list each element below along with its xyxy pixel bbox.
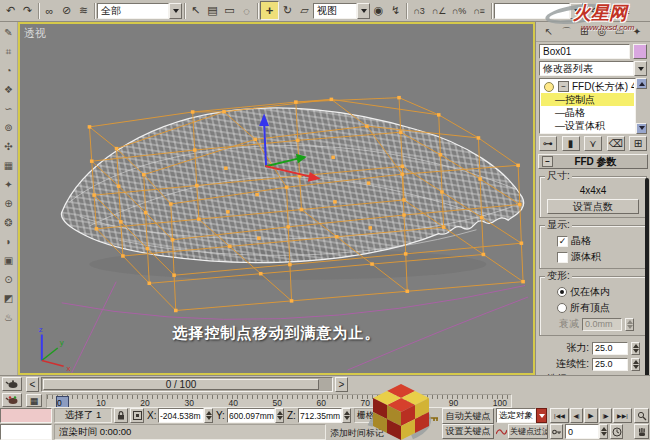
ffd-control-point[interactable] <box>121 254 125 257</box>
ffd-control-point[interactable] <box>169 202 173 205</box>
ffd-control-point[interactable] <box>331 156 335 159</box>
left-toolbar-icon[interactable]: ✦ <box>1 177 16 192</box>
ffd-control-point[interactable] <box>92 193 96 196</box>
modifier-list-dropdown[interactable]: 修改器列表 <box>539 61 634 76</box>
lattice-checkbox-label[interactable]: 晶格 <box>571 234 591 248</box>
only-in-volume-radio[interactable] <box>557 287 567 297</box>
continuity-spinner[interactable] <box>631 358 640 371</box>
left-toolbar-icon[interactable]: ❂ <box>1 215 16 230</box>
viewport-label[interactable]: 透视 <box>24 26 46 41</box>
ffd-control-point[interactable] <box>401 165 405 168</box>
modifier-enabled-bulb-icon[interactable] <box>544 82 554 92</box>
left-toolbar-icon[interactable]: ◩ <box>1 291 16 306</box>
left-toolbar-icon[interactable]: ❖ <box>1 82 16 97</box>
selection-lock-icon[interactable] <box>114 408 128 423</box>
select-and-manipulate-icon[interactable]: ↯ <box>387 2 404 19</box>
y-coordinate-field[interactable]: 600.097mm <box>227 408 275 423</box>
ffd-control-point[interactable] <box>520 241 524 244</box>
ffd-control-point[interactable] <box>171 238 175 241</box>
selection-region-mode-icon[interactable]: ◌ <box>238 2 255 19</box>
left-toolbar-icon[interactable]: ♨ <box>1 310 16 325</box>
x-spinner[interactable] <box>204 408 213 423</box>
time-slider-track[interactable]: 0 / 100 <box>41 377 333 392</box>
time-slider-thumb[interactable]: 0 / 100 <box>43 379 319 390</box>
ffd-control-point[interactable] <box>521 280 525 283</box>
object-color-swatch[interactable] <box>633 44 647 59</box>
left-toolbar-icon[interactable]: ⊚ <box>1 120 16 135</box>
continuity-field[interactable]: 25.0 <box>592 358 628 371</box>
key-filters-button[interactable]: 关键点过滤器... <box>508 424 548 439</box>
set-keys-key-icon[interactable] <box>420 412 440 426</box>
ffd-control-point[interactable] <box>288 263 292 266</box>
tab-modify-icon[interactable]: ⌒ <box>560 25 574 39</box>
stack-item-lattice[interactable]: — 晶格 <box>541 106 634 119</box>
left-toolbar-icon[interactable]: ⊕ <box>1 196 16 211</box>
render-teapot-icon[interactable] <box>2 377 22 391</box>
panel-scrollbar[interactable] <box>645 178 649 408</box>
pin-stack-icon[interactable]: ⊶ <box>539 136 557 151</box>
ffd-control-point[interactable] <box>88 125 92 128</box>
align-icon[interactable]: ≡ <box>600 2 617 19</box>
ffd-control-point[interactable] <box>439 153 443 156</box>
lattice-checkbox[interactable]: ✓ <box>557 236 568 247</box>
reference-coordinate-dropdown-arrow[interactable] <box>357 3 370 19</box>
select-and-move-icon[interactable]: + <box>260 1 279 20</box>
tab-utilities-icon[interactable]: ✦ <box>630 25 644 39</box>
ffd-control-point[interactable] <box>259 272 263 275</box>
current-frame-field[interactable]: 0 <box>565 424 599 439</box>
left-toolbar-icon[interactable]: ⊙ <box>1 272 16 287</box>
ffd-control-point[interactable] <box>144 211 148 214</box>
ffd-control-point[interactable] <box>478 177 482 180</box>
source-volume-checkbox-label[interactable]: 源体积 <box>571 250 601 264</box>
ffd-control-point[interactable] <box>405 290 409 293</box>
key-mode-toggle-icon[interactable] <box>550 424 563 439</box>
ffd-control-point[interactable] <box>285 186 289 189</box>
maxscript-listener-pink[interactable] <box>0 408 52 423</box>
ffd-control-point[interactable] <box>296 139 300 142</box>
absolute-offset-mode-icon[interactable] <box>130 408 144 423</box>
source-volume-checkbox[interactable]: ✓ <box>557 252 568 263</box>
named-selection-dropdown-arrow[interactable] <box>169 3 182 19</box>
ffd-control-point[interactable] <box>142 173 146 176</box>
spinner-snap-icon[interactable]: ∩≡ <box>469 2 489 19</box>
select-and-rotate-icon[interactable]: ↻ <box>279 2 296 19</box>
reference-coordinate-dropdown[interactable]: 视图 <box>313 3 357 19</box>
left-toolbar-icon[interactable]: ⌗ <box>1 44 16 59</box>
ffd-control-point[interactable] <box>401 172 405 175</box>
ffd-control-point[interactable] <box>197 217 201 220</box>
ffd-control-point[interactable] <box>330 98 334 101</box>
ffd-control-point[interactable] <box>90 159 94 162</box>
tension-spinner[interactable] <box>631 342 640 355</box>
ffd-control-point[interactable] <box>172 273 176 276</box>
tab-hierarchy-icon[interactable]: ⊞ <box>577 25 591 39</box>
key-filter-dropdown-arrow[interactable] <box>536 408 547 423</box>
mini-curve-editor-icon[interactable]: ▦ <box>26 394 42 407</box>
ffd-control-point[interactable] <box>442 225 446 228</box>
auto-key-button[interactable]: 自动关键点 <box>442 408 494 424</box>
quick-render-icon[interactable] <box>2 393 22 407</box>
ffd-control-point[interactable] <box>437 113 441 116</box>
time-slider-next-arrow[interactable]: > <box>335 377 348 392</box>
track-bar[interactable]: 0 10 20 30 40 50 60 70 80 90 100 <box>46 394 512 408</box>
ffd-control-point[interactable] <box>365 124 369 127</box>
ffd-control-point[interactable] <box>300 208 304 211</box>
layer-manager-icon[interactable]: ≣ <box>617 2 634 19</box>
maxscript-listener-white[interactable] <box>0 424 52 440</box>
angle-snap-icon[interactable]: ∩∠ <box>429 2 449 19</box>
ffd-control-point[interactable] <box>195 184 199 187</box>
z-coordinate-field[interactable]: 712.35mm <box>298 408 342 423</box>
ffd-control-point[interactable] <box>290 299 294 302</box>
ffd-control-point[interactable] <box>191 110 195 113</box>
viewport-perspective[interactable]: z y x 透视 选择控制点移动到满意为止。 <box>18 22 535 375</box>
zoom-icon[interactable] <box>634 408 649 423</box>
redo-icon[interactable]: ↷ <box>19 2 36 19</box>
frame-spinner[interactable] <box>599 424 608 439</box>
ffd-control-point[interactable] <box>146 247 150 250</box>
tab-create-icon[interactable]: ↖ <box>542 25 556 39</box>
ffd-control-point[interactable] <box>335 235 339 238</box>
bind-to-spacewarp-icon[interactable]: ≋ <box>75 2 92 19</box>
select-and-scale-icon[interactable]: ▱ <box>296 2 313 19</box>
ffd-control-point[interactable] <box>402 198 406 201</box>
ffd-control-point[interactable] <box>482 253 486 256</box>
add-time-tag[interactable]: 添加时间标记 <box>330 427 384 440</box>
